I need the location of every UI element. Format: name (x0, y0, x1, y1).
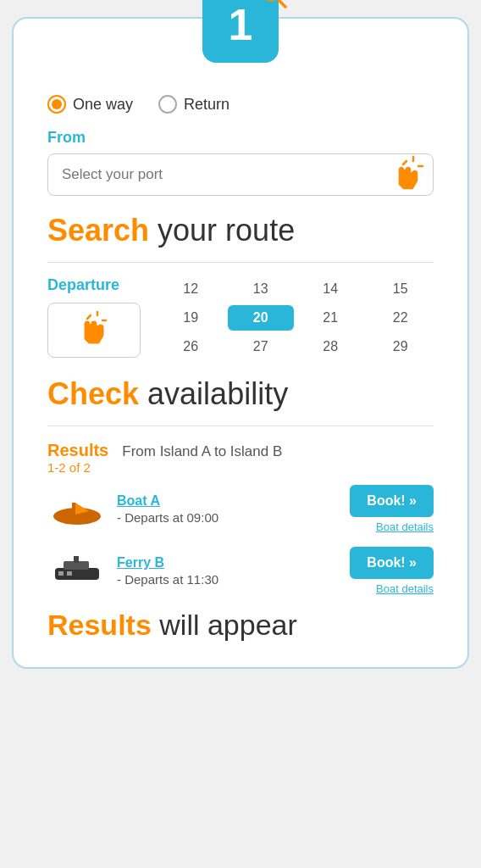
results-route: From Island A to Island B (122, 443, 282, 460)
calendar-cell[interactable]: 21 (297, 305, 364, 331)
departure-cursor-icon (72, 310, 116, 351)
return-radio[interactable] (158, 95, 177, 114)
boat-departs: - Departs at 11:30 (117, 572, 340, 587)
calendar-cell[interactable]: 15 (368, 276, 434, 302)
boat-details-link[interactable]: Boat details (376, 582, 434, 595)
calendar-cell[interactable]: 29 (368, 334, 434, 359)
boat-actions: Book! » Boat details (350, 547, 434, 595)
boat-icon (47, 489, 107, 530)
results-appear-highlight: Results (47, 609, 152, 641)
calendar-grid: 121314151920212226272829 (158, 276, 434, 359)
port-select-wrapper (47, 153, 434, 196)
calendar: 121314151920212226272829 (158, 276, 434, 359)
calendar-cell[interactable]: 27 (228, 334, 295, 359)
port-select-input[interactable] (47, 153, 434, 196)
calendar-cell[interactable]: 12 (158, 276, 224, 302)
svg-rect-13 (58, 571, 64, 576)
content-area: One way Return From Search your (14, 78, 467, 642)
svg-line-5 (87, 315, 91, 319)
results-appear-rest: will appear (152, 609, 297, 641)
calendar-cell[interactable]: 22 (368, 305, 434, 331)
click-icon (381, 153, 425, 197)
departure-label: Departure (47, 276, 119, 294)
one-way-option[interactable]: One way (47, 95, 133, 114)
step-badge: 1 (202, 0, 279, 63)
results-label: Results (47, 440, 108, 460)
boat-info: Boat A - Departs at 09:00 (117, 493, 340, 525)
search-rest: your route (149, 213, 295, 248)
departure-left: Departure (47, 276, 141, 358)
boat-item: Ferry B - Departs at 11:30 Book! » Boat … (47, 547, 434, 595)
svg-line-1 (277, 0, 285, 7)
departure-section: Departure 121314151920212226272829 (47, 276, 434, 359)
calendar-cell[interactable]: 20 (228, 305, 295, 331)
return-option[interactable]: Return (158, 95, 229, 114)
calendar-cell[interactable]: 14 (297, 276, 364, 302)
one-way-label: One way (73, 96, 133, 114)
search-highlight: Search (47, 213, 149, 248)
calendar-cell[interactable]: 13 (228, 276, 295, 302)
book-button[interactable]: Book! » (350, 547, 434, 579)
calendar-cell[interactable]: 26 (158, 334, 224, 359)
calendar-cell[interactable]: 28 (297, 334, 364, 359)
main-card: 1 One way Return From (12, 17, 469, 669)
results-appear-text: Results will appear (47, 609, 434, 642)
divider-2 (47, 426, 434, 426)
check-rest: availability (139, 376, 288, 411)
departure-click-box[interactable] (47, 303, 141, 358)
svg-rect-12 (74, 556, 79, 563)
results-label-group: Results 1-2 of 2 (47, 440, 108, 475)
boat-name[interactable]: Ferry B (117, 555, 340, 570)
search-route-text: Search your route (47, 213, 434, 248)
results-count: 1-2 of 2 (47, 460, 108, 475)
boat-details-link[interactable]: Boat details (376, 520, 434, 533)
from-label: From (47, 129, 434, 147)
step-number: 1 (229, 3, 253, 47)
search-icon (258, 0, 289, 10)
boat-icon (47, 551, 107, 592)
trip-type-section: One way Return (47, 95, 434, 114)
calendar-cell[interactable]: 19 (158, 305, 224, 331)
one-way-radio[interactable] (47, 95, 66, 114)
boat-list: Boat A - Departs at 09:00 Book! » Boat d… (47, 485, 434, 595)
svg-rect-14 (67, 571, 72, 576)
svg-rect-9 (72, 503, 75, 515)
results-header: Results 1-2 of 2 From Island A to Island… (47, 440, 434, 475)
check-highlight: Check (47, 376, 139, 411)
boat-departs: - Departs at 09:00 (117, 510, 340, 525)
return-label: Return (184, 96, 229, 114)
boat-actions: Book! » Boat details (350, 485, 434, 533)
boat-name[interactable]: Boat A (117, 493, 340, 509)
svg-line-2 (403, 161, 406, 164)
divider-1 (47, 262, 434, 263)
step-badge-container: 1 (14, 0, 467, 63)
boat-item: Boat A - Departs at 09:00 Book! » Boat d… (47, 485, 434, 533)
check-availability-text: Check availability (47, 376, 434, 412)
boat-info: Ferry B - Departs at 11:30 (117, 555, 340, 587)
book-button[interactable]: Book! » (350, 485, 434, 517)
